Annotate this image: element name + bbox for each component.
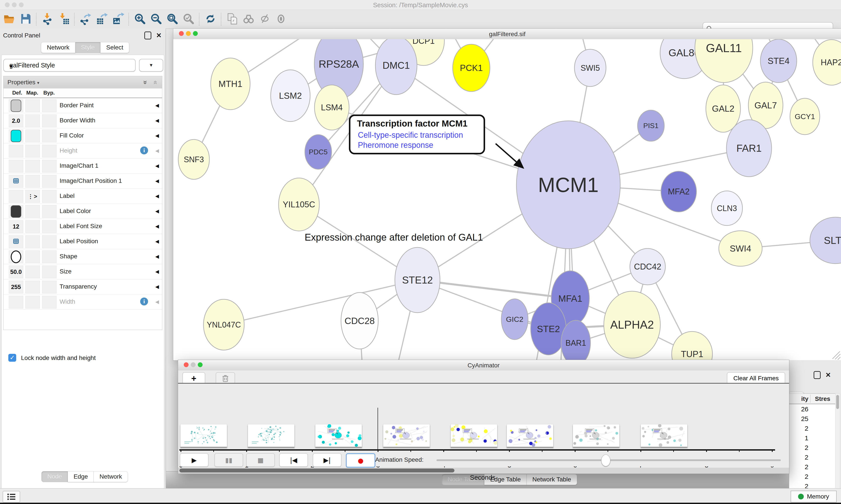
network-node[interactable]: YNL047C xyxy=(203,299,244,350)
mapping-cell[interactable]: ⋮> xyxy=(25,190,40,203)
mapping-cell[interactable] xyxy=(25,130,40,142)
network-node[interactable]: ALPHA2 xyxy=(604,291,660,358)
info-icon[interactable]: i xyxy=(140,146,148,154)
expand-property-icon[interactable]: ◀ xyxy=(155,178,159,184)
default-value-swatch[interactable] xyxy=(11,205,21,218)
discrete-mapping-icon[interactable]: ⋮> xyxy=(28,193,37,200)
property-row[interactable]: 255 Transparency ◀ xyxy=(3,280,162,294)
network-node[interactable]: STE2 xyxy=(531,303,566,355)
property-row[interactable]: 2.0 Border Width ◀ xyxy=(3,113,162,128)
property-row[interactable]: Shape ◀ xyxy=(3,249,162,264)
tab-network[interactable]: Network xyxy=(93,471,128,482)
default-value-swatch[interactable] xyxy=(11,130,21,142)
tab-network-table[interactable]: Network Table xyxy=(526,474,577,485)
table-scrollbar[interactable] xyxy=(835,393,840,489)
timeline-scrollbar[interactable] xyxy=(178,468,789,473)
style-options-button[interactable]: ▾ xyxy=(139,59,163,72)
property-row[interactable]: Width i ◀ xyxy=(3,294,162,310)
table-cell[interactable]: 2 xyxy=(789,473,808,480)
expand-property-icon[interactable]: ◀ xyxy=(155,209,159,214)
refresh-button[interactable] xyxy=(202,12,219,27)
network-edge[interactable] xyxy=(417,280,570,299)
default-cell[interactable] xyxy=(9,100,23,112)
property-row[interactable]: Height i ◀ xyxy=(3,143,162,159)
network-node[interactable]: CLN3 xyxy=(711,191,742,226)
network-node[interactable]: BAR1 xyxy=(561,320,590,360)
animation-frame-thumbnail[interactable] xyxy=(180,424,227,447)
network-node[interactable]: LSM2 xyxy=(271,70,310,122)
clipboard-button[interactable] xyxy=(224,12,240,27)
default-cell[interactable] xyxy=(9,145,23,158)
expand-property-icon[interactable]: ◀ xyxy=(155,299,159,305)
export-table-button[interactable] xyxy=(94,12,110,27)
expand-property-icon[interactable]: ◀ xyxy=(155,223,159,229)
mapping-cell[interactable] xyxy=(25,175,40,187)
default-cell[interactable]: 255 xyxy=(9,281,23,293)
export-image-button[interactable] xyxy=(110,12,126,27)
property-row[interactable]: Image/Chart 1 ◀ xyxy=(3,159,162,174)
default-value[interactable]: 255 xyxy=(11,284,21,290)
memory-button[interactable]: Memory xyxy=(791,491,837,502)
bypass-cell[interactable] xyxy=(42,175,56,187)
animation-frame-thumbnail[interactable] xyxy=(641,424,687,447)
animation-speed-thumb[interactable] xyxy=(601,454,610,466)
network-node[interactable]: HAP2 xyxy=(813,40,841,85)
info-icon[interactable]: i xyxy=(140,298,148,305)
default-cell[interactable]: 2.0 xyxy=(9,114,23,127)
network-node[interactable]: YIL105C xyxy=(279,178,319,231)
default-cell[interactable] xyxy=(9,160,23,173)
table-cell[interactable]: 26 xyxy=(789,406,808,413)
show-details-button[interactable] xyxy=(273,12,289,27)
bypass-cell[interactable] xyxy=(42,130,56,142)
default-cell[interactable]: 12 xyxy=(9,220,23,233)
zoom-fit-button[interactable] xyxy=(164,12,180,27)
expand-property-icon[interactable]: ◀ xyxy=(155,148,159,154)
mapping-cell[interactable] xyxy=(25,145,40,158)
default-cell[interactable] xyxy=(9,175,23,187)
network-node[interactable]: DMC1 xyxy=(375,39,417,94)
mapping-cell[interactable] xyxy=(25,266,40,278)
mapping-cell[interactable] xyxy=(25,100,40,112)
animation-frame-thumbnail[interactable] xyxy=(506,424,553,447)
play-button[interactable]: ▶ xyxy=(180,453,209,467)
default-cell[interactable] xyxy=(9,190,23,203)
position-icon[interactable] xyxy=(13,238,19,245)
bypass-cell[interactable] xyxy=(42,266,56,278)
default-cell[interactable] xyxy=(9,130,23,142)
network-node[interactable]: LSM4 xyxy=(315,85,349,130)
save-session-button[interactable] xyxy=(18,12,34,27)
mapping-cell[interactable] xyxy=(25,160,40,173)
bypass-cell[interactable] xyxy=(42,114,56,127)
table-cell[interactable]: 2 xyxy=(789,425,808,432)
network-node[interactable]: MCM1 xyxy=(516,121,620,249)
network-node[interactable]: STE4 xyxy=(761,39,797,83)
mapping-cell[interactable] xyxy=(25,250,40,263)
network-canvas[interactable]: DCP1RPS28ADMC1PCK1SWI5GAL80GAL11STE4HAP2… xyxy=(173,39,841,360)
annotation-link[interactable]: Pheromone response xyxy=(358,141,433,150)
default-cell[interactable] xyxy=(9,205,23,218)
default-cell[interactable] xyxy=(9,235,23,248)
property-row[interactable]: Border Paint ◀ xyxy=(3,98,162,113)
annotation-box[interactable]: Transcription factor MCM1 Cell-type-spec… xyxy=(349,114,485,154)
add-frame-button[interactable]: + xyxy=(182,372,205,384)
tab-node[interactable]: Node xyxy=(41,471,68,482)
network-node[interactable]: GAL2 xyxy=(706,85,740,132)
network-node[interactable]: PIS1 xyxy=(638,110,664,141)
property-row[interactable]: 12 Label Font Size ◀ xyxy=(3,219,162,234)
default-value[interactable]: 2.0 xyxy=(12,118,20,124)
network-node[interactable]: MFA2 xyxy=(661,171,696,212)
expand-property-icon[interactable]: ◀ xyxy=(155,193,159,199)
float-panel-icon[interactable] xyxy=(144,32,151,39)
network-node[interactable]: SWI5 xyxy=(574,49,606,87)
mapping-cell[interactable] xyxy=(25,114,40,127)
column-header[interactable]: ity xyxy=(791,395,808,402)
current-style-select[interactable]: galFiltered Style ▾ xyxy=(3,59,136,72)
hide-details-button[interactable] xyxy=(257,12,273,27)
network-node[interactable]: SLT2 xyxy=(810,217,841,264)
network-node[interactable]: PCK1 xyxy=(453,44,490,91)
search-network-button[interactable] xyxy=(240,12,257,27)
expand-property-icon[interactable]: ◀ xyxy=(155,103,159,108)
expand-property-icon[interactable]: ◀ xyxy=(155,133,159,139)
default-value[interactable]: 12 xyxy=(13,223,19,230)
animation-timeline[interactable]: 0123456789 Seconds xyxy=(178,383,789,452)
